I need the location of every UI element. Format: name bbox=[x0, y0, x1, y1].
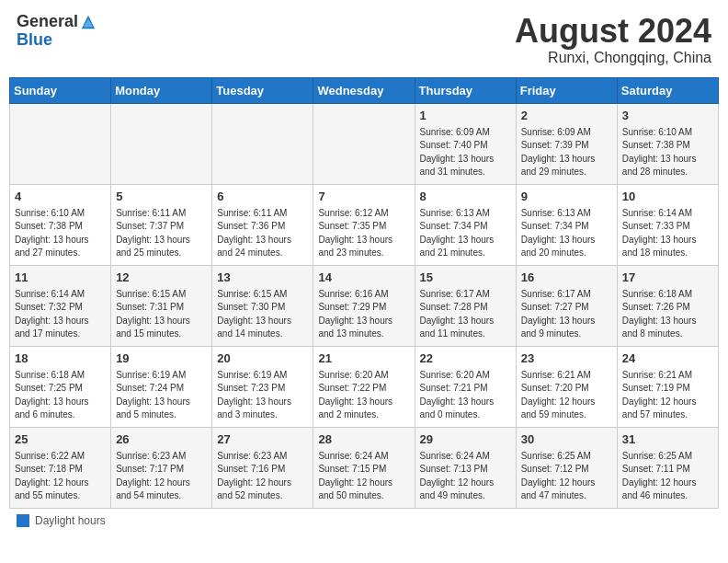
day-number: 15 bbox=[420, 270, 511, 286]
calendar-cell: 11Sunrise: 6:14 AM Sunset: 7:32 PM Dayli… bbox=[10, 265, 111, 346]
calendar-cell: 3Sunrise: 6:10 AM Sunset: 7:38 PM Daylig… bbox=[617, 103, 718, 184]
day-number: 13 bbox=[217, 270, 308, 286]
day-info: Sunrise: 6:24 AM Sunset: 7:15 PM Dayligh… bbox=[318, 450, 409, 503]
calendar-cell: 12Sunrise: 6:15 AM Sunset: 7:31 PM Dayli… bbox=[111, 265, 212, 346]
calendar-cell: 30Sunrise: 6:25 AM Sunset: 7:12 PM Dayli… bbox=[516, 427, 617, 508]
day-info: Sunrise: 6:09 AM Sunset: 7:40 PM Dayligh… bbox=[420, 126, 511, 179]
calendar-cell: 5Sunrise: 6:11 AM Sunset: 7:37 PM Daylig… bbox=[111, 184, 212, 265]
weekday-header: Sunday bbox=[10, 77, 111, 103]
day-info: Sunrise: 6:20 AM Sunset: 7:22 PM Dayligh… bbox=[318, 369, 409, 422]
location-text: Runxi, Chongqing, China bbox=[515, 50, 711, 66]
weekday-header: Monday bbox=[111, 77, 212, 103]
day-info: Sunrise: 6:17 AM Sunset: 7:28 PM Dayligh… bbox=[420, 288, 511, 341]
day-info: Sunrise: 6:18 AM Sunset: 7:26 PM Dayligh… bbox=[622, 288, 713, 341]
day-info: Sunrise: 6:15 AM Sunset: 7:31 PM Dayligh… bbox=[116, 288, 207, 341]
weekday-header: Saturday bbox=[617, 77, 718, 103]
calendar-cell: 27Sunrise: 6:23 AM Sunset: 7:16 PM Dayli… bbox=[212, 427, 313, 508]
calendar-cell: 20Sunrise: 6:19 AM Sunset: 7:23 PM Dayli… bbox=[212, 346, 313, 427]
weekday-header: Tuesday bbox=[212, 77, 313, 103]
day-number: 24 bbox=[622, 350, 713, 367]
day-number: 22 bbox=[420, 350, 511, 367]
day-info: Sunrise: 6:11 AM Sunset: 7:36 PM Dayligh… bbox=[217, 207, 308, 260]
weekday-header: Wednesday bbox=[313, 77, 415, 103]
calendar-cell: 8Sunrise: 6:13 AM Sunset: 7:34 PM Daylig… bbox=[415, 184, 516, 265]
day-info: Sunrise: 6:13 AM Sunset: 7:34 PM Dayligh… bbox=[521, 207, 612, 260]
day-info: Sunrise: 6:18 AM Sunset: 7:25 PM Dayligh… bbox=[15, 369, 106, 422]
calendar-cell: 21Sunrise: 6:20 AM Sunset: 7:22 PM Dayli… bbox=[313, 346, 415, 427]
day-number: 20 bbox=[217, 350, 308, 367]
calendar-cell bbox=[10, 103, 111, 184]
calendar-cell: 18Sunrise: 6:18 AM Sunset: 7:25 PM Dayli… bbox=[10, 346, 111, 427]
day-number: 8 bbox=[420, 189, 511, 205]
day-info: Sunrise: 6:13 AM Sunset: 7:34 PM Dayligh… bbox=[420, 207, 511, 260]
calendar-table: SundayMondayTuesdayWednesdayThursdayFrid… bbox=[9, 77, 719, 509]
day-info: Sunrise: 6:24 AM Sunset: 7:13 PM Dayligh… bbox=[420, 450, 511, 503]
weekday-header: Thursday bbox=[415, 77, 516, 103]
calendar-cell: 19Sunrise: 6:19 AM Sunset: 7:24 PM Dayli… bbox=[111, 346, 212, 427]
calendar-cell: 10Sunrise: 6:14 AM Sunset: 7:33 PM Dayli… bbox=[617, 184, 718, 265]
day-number: 14 bbox=[318, 270, 409, 286]
calendar-cell: 17Sunrise: 6:18 AM Sunset: 7:26 PM Dayli… bbox=[617, 265, 718, 346]
logo-blue-text: Blue bbox=[17, 31, 97, 50]
day-number: 23 bbox=[521, 350, 612, 367]
calendar-cell bbox=[212, 103, 313, 184]
day-info: Sunrise: 6:11 AM Sunset: 7:37 PM Dayligh… bbox=[116, 207, 207, 260]
day-number: 31 bbox=[622, 431, 713, 448]
day-info: Sunrise: 6:14 AM Sunset: 7:32 PM Dayligh… bbox=[15, 288, 106, 341]
day-info: Sunrise: 6:21 AM Sunset: 7:20 PM Dayligh… bbox=[521, 369, 612, 422]
day-number: 25 bbox=[15, 431, 106, 448]
day-info: Sunrise: 6:23 AM Sunset: 7:17 PM Dayligh… bbox=[116, 450, 207, 503]
calendar-cell: 23Sunrise: 6:21 AM Sunset: 7:20 PM Dayli… bbox=[516, 346, 617, 427]
calendar-cell: 2Sunrise: 6:09 AM Sunset: 7:39 PM Daylig… bbox=[516, 103, 617, 184]
day-info: Sunrise: 6:12 AM Sunset: 7:35 PM Dayligh… bbox=[318, 207, 409, 260]
legend-label: Daylight hours bbox=[35, 514, 106, 527]
calendar-cell: 6Sunrise: 6:11 AM Sunset: 7:36 PM Daylig… bbox=[212, 184, 313, 265]
logo-icon bbox=[80, 14, 97, 30]
day-number: 30 bbox=[521, 431, 612, 448]
day-number: 16 bbox=[521, 270, 612, 286]
calendar-cell: 15Sunrise: 6:17 AM Sunset: 7:28 PM Dayli… bbox=[415, 265, 516, 346]
day-info: Sunrise: 6:16 AM Sunset: 7:29 PM Dayligh… bbox=[318, 288, 409, 341]
weekday-header: Friday bbox=[516, 77, 617, 103]
day-number: 27 bbox=[217, 431, 308, 448]
day-number: 11 bbox=[15, 270, 106, 286]
day-number: 21 bbox=[318, 350, 409, 367]
day-number: 19 bbox=[116, 350, 207, 367]
calendar-cell: 29Sunrise: 6:24 AM Sunset: 7:13 PM Dayli… bbox=[415, 427, 516, 508]
day-number: 26 bbox=[116, 431, 207, 448]
day-number: 10 bbox=[622, 189, 713, 205]
day-number: 9 bbox=[521, 189, 612, 205]
calendar-cell: 26Sunrise: 6:23 AM Sunset: 7:17 PM Dayli… bbox=[111, 427, 212, 508]
day-number: 6 bbox=[217, 189, 308, 205]
day-info: Sunrise: 6:14 AM Sunset: 7:33 PM Dayligh… bbox=[622, 207, 713, 260]
title-area: August 2024 Runxi, Chongqing, China bbox=[515, 13, 711, 66]
month-year-title: August 2024 bbox=[515, 13, 711, 50]
calendar-cell: 24Sunrise: 6:21 AM Sunset: 7:19 PM Dayli… bbox=[617, 346, 718, 427]
calendar-header: SundayMondayTuesdayWednesdayThursdayFrid… bbox=[10, 77, 719, 103]
calendar-cell: 22Sunrise: 6:20 AM Sunset: 7:21 PM Dayli… bbox=[415, 346, 516, 427]
day-info: Sunrise: 6:10 AM Sunset: 7:38 PM Dayligh… bbox=[15, 207, 106, 260]
calendar-cell: 16Sunrise: 6:17 AM Sunset: 7:27 PM Dayli… bbox=[516, 265, 617, 346]
day-number: 3 bbox=[622, 108, 713, 124]
day-info: Sunrise: 6:19 AM Sunset: 7:24 PM Dayligh… bbox=[116, 369, 207, 422]
day-number: 5 bbox=[116, 189, 207, 205]
calendar-body: 1Sunrise: 6:09 AM Sunset: 7:40 PM Daylig… bbox=[10, 103, 719, 508]
day-number: 29 bbox=[420, 431, 511, 448]
logo-general-text: General bbox=[17, 13, 78, 31]
day-number: 1 bbox=[420, 108, 511, 124]
day-number: 17 bbox=[622, 270, 713, 286]
calendar-cell: 1Sunrise: 6:09 AM Sunset: 7:40 PM Daylig… bbox=[415, 103, 516, 184]
calendar-cell: 7Sunrise: 6:12 AM Sunset: 7:35 PM Daylig… bbox=[313, 184, 415, 265]
day-info: Sunrise: 6:25 AM Sunset: 7:12 PM Dayligh… bbox=[521, 450, 612, 503]
calendar-cell: 4Sunrise: 6:10 AM Sunset: 7:38 PM Daylig… bbox=[10, 184, 111, 265]
day-number: 2 bbox=[521, 108, 612, 124]
day-number: 7 bbox=[318, 189, 409, 205]
calendar-cell bbox=[111, 103, 212, 184]
day-info: Sunrise: 6:19 AM Sunset: 7:23 PM Dayligh… bbox=[217, 369, 308, 422]
day-number: 18 bbox=[15, 350, 106, 367]
day-number: 12 bbox=[116, 270, 207, 286]
day-info: Sunrise: 6:25 AM Sunset: 7:11 PM Dayligh… bbox=[622, 450, 713, 503]
header: General Blue August 2024 Runxi, Chongqin… bbox=[9, 9, 719, 70]
calendar-cell: 25Sunrise: 6:22 AM Sunset: 7:18 PM Dayli… bbox=[10, 427, 111, 508]
day-info: Sunrise: 6:09 AM Sunset: 7:39 PM Dayligh… bbox=[521, 126, 612, 179]
